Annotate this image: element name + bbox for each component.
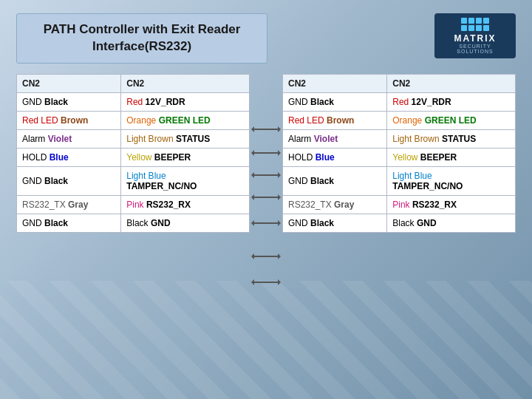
svg-marker-16 — [251, 253, 254, 259]
arrow-7 — [251, 279, 281, 285]
left-r3-c1: Alarm Violet — [17, 129, 121, 148]
svg-marker-7 — [251, 172, 254, 178]
svg-marker-17 — [278, 253, 281, 259]
logo-dot — [476, 25, 482, 31]
logo-dot — [468, 18, 474, 24]
logo-dot — [461, 25, 467, 31]
right-r4-c1: HOLD Blue — [283, 148, 387, 166]
left-r4-c2: Yellow BEEPER — [121, 148, 250, 166]
table-row: GND Black Light BlueTAMPER_NC/NO — [283, 166, 516, 195]
left-table-block: CN2 CN2 GND Black Red 12V_RDR Red LED Br… — [16, 74, 250, 233]
svg-marker-1 — [251, 126, 254, 132]
logo: MATRIX SECURITY SOLUTIONS — [434, 13, 516, 58]
right-r6-c1: RS232_TX Gray — [283, 195, 387, 214]
arrow-6 — [251, 253, 281, 259]
main-container: PATH Controller with Exit Reader Interfa… — [0, 0, 532, 364]
svg-marker-5 — [278, 150, 281, 156]
table-row: RS232_TX Gray Pink RS232_RX — [283, 195, 516, 214]
table-row: RS232_TX Gray Pink RS232_RX — [17, 195, 250, 214]
logo-dot — [483, 18, 489, 24]
logo-dot — [483, 25, 489, 31]
left-col2-header: CN2 — [121, 74, 250, 92]
right-r6-c2: Pink RS232_RX — [387, 195, 516, 214]
right-r2-c1: Red LED Brown — [283, 111, 387, 129]
left-r6-c1: RS232_TX Gray — [17, 195, 121, 214]
table-row: GND Black Black GND — [283, 214, 516, 232]
left-col1-header: CN2 — [17, 74, 121, 92]
arrow-5 — [251, 220, 281, 226]
right-col2-header: CN2 — [387, 74, 516, 92]
right-r4-c2: Yellow BEEPER — [387, 148, 516, 166]
table-row: HOLD Blue Yellow BEEPER — [17, 148, 250, 166]
arrows-column — [250, 74, 282, 350]
right-table: CN2 CN2 GND Black Red 12V_RDR Red LED Br… — [282, 74, 516, 233]
right-r7-c2: Black GND — [387, 214, 516, 232]
right-r5-c2: Light BlueTAMPER_NC/NO — [387, 166, 516, 195]
logo-dot — [468, 25, 474, 31]
logo-dot — [461, 18, 467, 24]
left-r2-c1: Red LED Brown — [17, 111, 121, 129]
table-row: Alarm Violet Light Brown STATUS — [283, 129, 516, 148]
right-r3-c1: Alarm Violet — [283, 129, 387, 148]
svg-marker-13 — [251, 220, 254, 226]
left-r1-c1: GND Black — [17, 92, 121, 111]
arrow-2 — [251, 150, 281, 156]
arrows-svg — [251, 98, 281, 350]
table-row: Red LED Brown Orange GREEN LED — [17, 111, 250, 129]
arrow-4 — [251, 194, 281, 200]
right-r2-c2: Orange GREEN LED — [387, 111, 516, 129]
svg-marker-19 — [251, 279, 254, 285]
header-section: PATH Controller with Exit Reader Interfa… — [16, 13, 516, 64]
svg-marker-11 — [278, 194, 281, 200]
left-r1-c2: Red 12V_RDR — [121, 92, 250, 111]
left-r2-c2: Orange GREEN LED — [121, 111, 250, 129]
right-r1-c1: GND Black — [283, 92, 387, 111]
svg-marker-8 — [278, 172, 281, 178]
left-r7-c1: GND Black — [17, 214, 121, 232]
table-row: Red LED Brown Orange GREEN LED — [283, 111, 516, 129]
svg-marker-10 — [251, 194, 254, 200]
svg-marker-2 — [278, 126, 281, 132]
right-r7-c1: GND Black — [283, 214, 387, 232]
tables-wrapper: CN2 CN2 GND Black Red 12V_RDR Red LED Br… — [16, 74, 516, 350]
table-row: GND Black Light BlueTAMPER_NC/NO — [17, 166, 250, 195]
logo-grid — [461, 18, 489, 31]
right-r1-c2: Red 12V_RDR — [387, 92, 516, 111]
right-col1-header: CN2 — [283, 74, 387, 92]
title-box: PATH Controller with Exit Reader Interfa… — [16, 13, 267, 64]
table-row: GND Black Black GND — [17, 214, 250, 232]
arrow-1 — [251, 126, 281, 132]
left-table: CN2 CN2 GND Black Red 12V_RDR Red LED Br… — [16, 74, 250, 233]
logo-dot — [476, 18, 482, 24]
svg-marker-4 — [251, 150, 254, 156]
page-title: PATH Controller with Exit Reader Interfa… — [35, 21, 249, 55]
left-r5-c2: Light BlueTAMPER_NC/NO — [121, 166, 250, 195]
svg-marker-14 — [278, 220, 281, 226]
svg-marker-20 — [278, 279, 281, 285]
right-table-block: CN2 CN2 GND Black Red 12V_RDR Red LED Br… — [282, 74, 516, 233]
left-r5-c1: GND Black — [17, 166, 121, 195]
left-r4-c1: HOLD Blue — [17, 148, 121, 166]
left-r3-c2: Light Brown STATUS — [121, 129, 250, 148]
left-r6-c2: Pink RS232_RX — [121, 195, 250, 214]
table-row: HOLD Blue Yellow BEEPER — [283, 148, 516, 166]
table-row: Alarm Violet Light Brown STATUS — [17, 129, 250, 148]
left-r7-c2: Black GND — [121, 214, 250, 232]
table-row: GND Black Red 12V_RDR — [283, 92, 516, 111]
logo-name: MATRIX — [454, 33, 496, 44]
logo-subtext: SECURITY SOLUTIONS — [442, 44, 508, 54]
right-r3-c2: Light Brown STATUS — [387, 129, 516, 148]
table-row: GND Black Red 12V_RDR — [17, 92, 250, 111]
arrow-3 — [251, 172, 281, 178]
right-r5-c1: GND Black — [283, 166, 387, 195]
